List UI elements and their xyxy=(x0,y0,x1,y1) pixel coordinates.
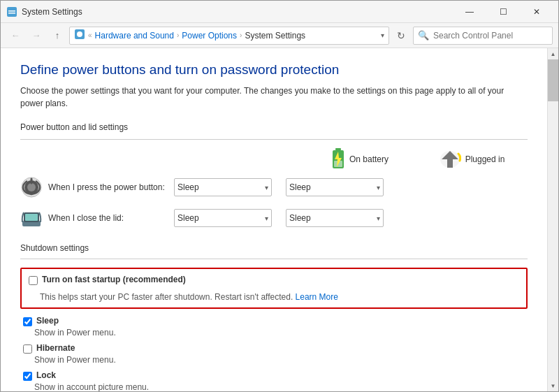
battery-header: On battery xyxy=(304,148,416,170)
svg-rect-0 xyxy=(7,7,17,17)
fast-startup-desc-text: This helps start your PC faster after sh… xyxy=(40,292,293,302)
lid-battery-select[interactable]: Sleep ▾ xyxy=(174,209,272,227)
sleep-label-text: Sleep xyxy=(36,316,59,326)
power-button-icon xyxy=(20,176,43,198)
svg-point-13 xyxy=(27,183,36,191)
breadcrumb: « Hardware and Sound › Power Options › S… xyxy=(69,27,389,45)
title-controls: — ☐ ✕ xyxy=(453,1,553,23)
forward-button[interactable]: → xyxy=(27,27,45,45)
power-button-battery-select[interactable]: Sleep ▾ xyxy=(174,178,272,196)
maximize-button[interactable]: ☐ xyxy=(487,1,519,23)
power-button-plugged-arrow: ▾ xyxy=(377,184,380,191)
lid-row: When I close the lid: Sleep ▾ Sleep ▾ xyxy=(20,207,528,229)
scroll-thumb[interactable] xyxy=(548,59,558,101)
lid-plugged-value: Sleep xyxy=(289,213,311,223)
plugged-label: Plugged in xyxy=(465,154,505,164)
up-button[interactable]: ↑ xyxy=(48,27,66,45)
lid-battery-value: Sleep xyxy=(177,213,199,223)
main-window: System Settings — ☐ ✕ ← → ↑ « Hardware a… xyxy=(0,0,559,392)
breadcrumb-sep-3: › xyxy=(240,31,242,39)
lock-row: Lock xyxy=(20,370,528,381)
close-button[interactable]: ✕ xyxy=(521,1,553,23)
battery-label: On battery xyxy=(349,154,389,164)
fast-startup-box: Turn on fast startup (recommended) This … xyxy=(20,268,528,309)
fast-startup-learn-more[interactable]: Learn More xyxy=(296,292,338,302)
hibernate-section: Hibernate Show in Power menu. xyxy=(20,343,528,365)
sleep-section: Sleep Show in Power menu. xyxy=(20,316,528,337)
settings-header-row: On battery Plugged in xyxy=(20,148,528,170)
power-section-title: Power button and lid settings xyxy=(20,122,528,132)
section-divider-1 xyxy=(20,139,528,140)
hibernate-checkbox[interactable] xyxy=(23,344,32,354)
scroll-track[interactable] xyxy=(548,59,558,380)
scroll-down-button[interactable]: ▼ xyxy=(548,380,559,391)
power-button-row: When I press the power button: Sleep ▾ S… xyxy=(20,176,528,198)
hibernate-label-text: Hibernate xyxy=(36,343,75,353)
main-content: Define power buttons and turn on passwor… xyxy=(1,48,547,391)
lock-section: Lock Show in account picture menu. xyxy=(20,370,528,391)
lid-label: When I close the lid: xyxy=(48,213,124,223)
breadcrumb-power-options[interactable]: Power Options xyxy=(182,31,237,41)
search-bar: 🔍 xyxy=(413,27,553,45)
section-divider-2 xyxy=(20,259,528,259)
lid-battery-arrow: ▾ xyxy=(265,215,268,222)
plugged-header: Plugged in xyxy=(416,148,528,170)
minimize-button[interactable]: — xyxy=(453,1,486,23)
battery-icon xyxy=(331,148,345,170)
plugged-icon xyxy=(439,150,461,169)
fast-startup-checkbox[interactable] xyxy=(29,276,38,285)
hibernate-label[interactable]: Hibernate xyxy=(36,343,75,353)
svg-rect-5 xyxy=(335,148,341,150)
svg-rect-2 xyxy=(8,13,15,14)
content-area: Define power buttons and turn on passwor… xyxy=(1,48,558,391)
window-icon xyxy=(6,6,17,17)
power-button-battery-value: Sleep xyxy=(177,182,199,192)
breadcrumb-hardware[interactable]: Hardware and Sound xyxy=(95,31,174,41)
power-button-battery-arrow: ▾ xyxy=(265,184,268,191)
window-title: System Settings xyxy=(22,7,82,17)
power-button-label-area: When I press the power button: xyxy=(20,176,174,198)
search-icon: 🔍 xyxy=(418,30,429,41)
settings-table: On battery Plugged in xyxy=(20,148,528,229)
svg-rect-16 xyxy=(25,214,38,221)
breadcrumb-sep-2: › xyxy=(177,31,179,39)
sleep-row: Sleep xyxy=(20,316,528,326)
page-description: Choose the power settings that you want … xyxy=(20,85,528,110)
breadcrumb-sep-1: « xyxy=(88,31,92,39)
fast-startup-desc: This helps start your PC faster after sh… xyxy=(26,292,521,302)
fast-startup-row: Turn on fast startup (recommended) xyxy=(26,275,521,285)
scrollbar: ▲ ▼ xyxy=(547,48,558,391)
svg-rect-1 xyxy=(8,10,15,12)
breadcrumb-icon xyxy=(74,29,85,42)
hibernate-desc: Show in Power menu. xyxy=(20,355,528,365)
refresh-button[interactable]: ↻ xyxy=(392,27,410,45)
breadcrumb-dropdown-arrow[interactable]: ▾ xyxy=(381,31,384,39)
search-input[interactable] xyxy=(433,31,538,41)
lid-label-area: When I close the lid: xyxy=(20,207,174,229)
title-bar: System Settings — ☐ ✕ xyxy=(1,1,558,23)
lid-plugged-select[interactable]: Sleep ▾ xyxy=(286,209,384,227)
lock-label[interactable]: Lock xyxy=(36,370,56,380)
svg-point-4 xyxy=(77,31,82,37)
back-button[interactable]: ← xyxy=(6,27,24,45)
sleep-label[interactable]: Sleep xyxy=(36,316,59,326)
power-button-plugged-select[interactable]: Sleep ▾ xyxy=(286,178,384,196)
page-title: Define power buttons and turn on passwor… xyxy=(20,62,528,78)
lid-icon xyxy=(20,207,43,229)
power-button-plugged-value: Sleep xyxy=(289,182,311,192)
lid-plugged-arrow: ▾ xyxy=(377,215,380,222)
scroll-up-button[interactable]: ▲ xyxy=(548,48,559,59)
hibernate-row: Hibernate xyxy=(20,343,528,354)
sleep-checkbox[interactable] xyxy=(23,317,32,326)
breadcrumb-current: System Settings xyxy=(245,31,305,41)
nav-bar: ← → ↑ « Hardware and Sound › Power Optio… xyxy=(1,23,558,48)
shutdown-section-title: Shutdown settings xyxy=(20,243,528,253)
power-button-label: When I press the power button: xyxy=(48,182,165,192)
lock-desc: Show in account picture menu. xyxy=(20,382,528,391)
fast-startup-label[interactable]: Turn on fast startup (recommended) xyxy=(42,275,186,284)
fast-startup-label-text: Turn on fast startup (recommended) xyxy=(42,275,186,284)
lock-label-text: Lock xyxy=(36,370,56,380)
lock-checkbox[interactable] xyxy=(23,372,32,381)
title-bar-left: System Settings xyxy=(6,6,82,17)
sleep-desc: Show in Power menu. xyxy=(20,328,528,337)
